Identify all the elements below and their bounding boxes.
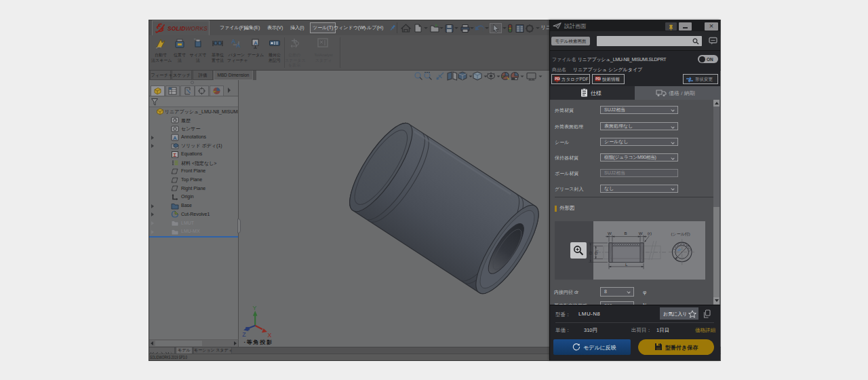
svg-text:Σ: Σ [174,151,177,157]
svg-text:W: W [608,231,612,235]
svg-text:Z: Z [242,331,246,338]
svg-text:(r): (r) [648,231,652,235]
svg-text:D1: D1 [593,250,599,254]
svg-text:B: B [625,231,627,235]
svg-text:dr: dr [677,248,682,252]
svg-text:PDF: PDF [555,77,560,81]
svg-text:A: A [236,42,241,49]
svg-text:X: X [268,332,272,339]
svg-text:D: D [588,251,593,254]
svg-text:L: L [625,262,628,267]
svg-text:A: A [173,134,177,140]
svg-text:PDF: PDF [595,77,601,81]
svg-text:(シール付): (シール付) [671,232,690,237]
svg-text:A: A [254,40,258,46]
svg-text:W: W [639,231,643,235]
svg-text:Y: Y [252,305,256,311]
svg-text:A: A [231,38,236,45]
